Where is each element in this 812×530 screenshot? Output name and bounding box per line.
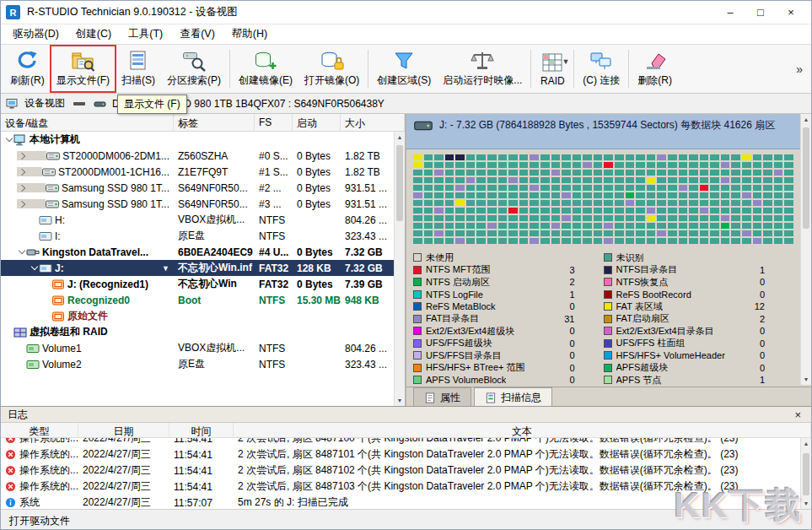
scan-block[interactable] bbox=[562, 200, 571, 206]
scan-block[interactable] bbox=[626, 215, 635, 221]
scan-block[interactable] bbox=[519, 162, 529, 168]
scan-block[interactable] bbox=[604, 208, 613, 214]
tree-row[interactable]: 原始文件 bbox=[1, 308, 405, 324]
scan-block[interactable] bbox=[657, 208, 666, 214]
scan-block[interactable] bbox=[424, 230, 433, 236]
scan-block[interactable] bbox=[413, 170, 422, 176]
scan-block[interactable] bbox=[742, 192, 751, 198]
scan-block[interactable] bbox=[551, 208, 561, 214]
scan-block[interactable] bbox=[466, 230, 476, 236]
scan-block[interactable] bbox=[445, 185, 454, 191]
scan-block[interactable] bbox=[647, 215, 656, 221]
toolbar-button-4[interactable]: 创建镜像(E) bbox=[233, 46, 298, 92]
log-row[interactable]: 系统2022/4/27/周三11:57:075m 27s 的 J: 扫描已完成 bbox=[1, 495, 800, 509]
scan-block[interactable] bbox=[615, 223, 624, 229]
scan-block[interactable] bbox=[615, 238, 624, 244]
scan-block[interactable] bbox=[424, 170, 433, 176]
scan-block[interactable] bbox=[540, 200, 550, 206]
scan-block[interactable] bbox=[647, 170, 656, 176]
scan-block[interactable] bbox=[679, 230, 688, 236]
scan-block[interactable] bbox=[731, 170, 740, 176]
scan-block[interactable] bbox=[530, 200, 539, 206]
scan-block[interactable] bbox=[689, 185, 698, 191]
scan-block[interactable] bbox=[445, 215, 454, 221]
scan-block[interactable] bbox=[487, 215, 497, 221]
menu-item-0[interactable]: 驱动器(D) bbox=[4, 24, 67, 44]
scan-scrollbar[interactable]: ▲ ▼ bbox=[800, 114, 811, 385]
toolbar-button-1[interactable]: 显示文件(F) bbox=[51, 46, 116, 92]
scan-block[interactable] bbox=[731, 208, 740, 214]
menu-item-2[interactable]: 工具(T) bbox=[120, 24, 171, 44]
toolbar-button-2[interactable]: 扫描(S) bbox=[116, 46, 161, 92]
expander-icon[interactable] bbox=[17, 167, 42, 176]
scan-block[interactable] bbox=[657, 192, 666, 198]
scan-block[interactable] bbox=[594, 223, 603, 229]
scan-block[interactable] bbox=[455, 215, 465, 221]
scan-block[interactable] bbox=[710, 192, 719, 198]
expander-icon[interactable] bbox=[17, 199, 46, 208]
scan-block[interactable] bbox=[742, 154, 751, 160]
scan-block[interactable] bbox=[753, 208, 762, 214]
scan-block[interactable] bbox=[742, 185, 751, 191]
scan-block[interactable] bbox=[774, 208, 783, 214]
scan-block[interactable] bbox=[540, 230, 550, 236]
scan-block[interactable] bbox=[445, 177, 454, 183]
scan-block[interactable] bbox=[594, 154, 603, 160]
scan-block[interactable] bbox=[742, 177, 751, 183]
scan-block[interactable] bbox=[604, 170, 613, 176]
scan-block[interactable] bbox=[487, 223, 497, 229]
scan-block[interactable] bbox=[413, 162, 422, 168]
scan-block[interactable] bbox=[731, 215, 740, 221]
log-column-header[interactable]: 文本 bbox=[234, 423, 811, 437]
tree-row[interactable]: Recognized0BootNTFS15.30 MB948 KB bbox=[1, 292, 405, 308]
scan-block[interactable] bbox=[413, 177, 422, 183]
scan-block[interactable] bbox=[519, 208, 529, 214]
log-column-header[interactable]: 类型 bbox=[1, 423, 78, 437]
scan-block[interactable] bbox=[413, 230, 422, 236]
scan-block[interactable] bbox=[774, 200, 783, 206]
scan-block[interactable] bbox=[455, 154, 465, 160]
tab-properties[interactable]: 属性 bbox=[413, 387, 471, 408]
scan-block[interactable] bbox=[679, 154, 688, 160]
scan-block[interactable] bbox=[731, 200, 740, 206]
scan-block[interactable] bbox=[700, 223, 709, 229]
scan-block[interactable] bbox=[731, 223, 740, 229]
scan-block[interactable] bbox=[784, 200, 793, 206]
scan-block[interactable] bbox=[721, 154, 730, 160]
scan-block[interactable] bbox=[721, 177, 730, 183]
close-button[interactable]: × bbox=[776, 2, 806, 24]
scan-block[interactable] bbox=[562, 185, 571, 191]
scan-block[interactable] bbox=[763, 185, 772, 191]
scan-block[interactable] bbox=[540, 177, 550, 183]
scan-block[interactable] bbox=[636, 192, 645, 198]
scan-block[interactable] bbox=[604, 223, 613, 229]
scan-block[interactable] bbox=[583, 192, 592, 198]
scan-block[interactable] bbox=[763, 215, 772, 221]
scan-block[interactable] bbox=[689, 230, 698, 236]
scan-block[interactable] bbox=[466, 177, 476, 183]
log-scrollbar[interactable]: ▲ ▼ bbox=[800, 438, 811, 509]
scan-block[interactable] bbox=[594, 170, 603, 176]
scan-block[interactable] bbox=[657, 238, 666, 244]
scan-block[interactable] bbox=[636, 154, 645, 160]
scan-block[interactable] bbox=[508, 230, 518, 236]
scan-block[interactable] bbox=[455, 170, 465, 176]
menu-item-1[interactable]: 创建(C) bbox=[67, 24, 120, 44]
scan-block[interactable] bbox=[445, 154, 454, 160]
scan-block[interactable] bbox=[679, 185, 688, 191]
scan-block[interactable] bbox=[573, 215, 582, 221]
scan-block[interactable] bbox=[763, 230, 772, 236]
scan-block[interactable] bbox=[498, 192, 508, 198]
scan-block[interactable] bbox=[551, 238, 561, 244]
scan-block[interactable] bbox=[710, 230, 719, 236]
scan-block[interactable] bbox=[626, 177, 635, 183]
scan-block[interactable] bbox=[455, 192, 465, 198]
scan-block[interactable] bbox=[647, 177, 656, 183]
scan-block[interactable] bbox=[573, 200, 582, 206]
scan-block[interactable] bbox=[774, 223, 783, 229]
scan-block[interactable] bbox=[742, 208, 751, 214]
scan-block[interactable] bbox=[710, 185, 719, 191]
scroll-down-icon[interactable]: ▼ bbox=[395, 395, 405, 406]
scan-block[interactable] bbox=[508, 170, 518, 176]
scan-block[interactable] bbox=[731, 177, 740, 183]
